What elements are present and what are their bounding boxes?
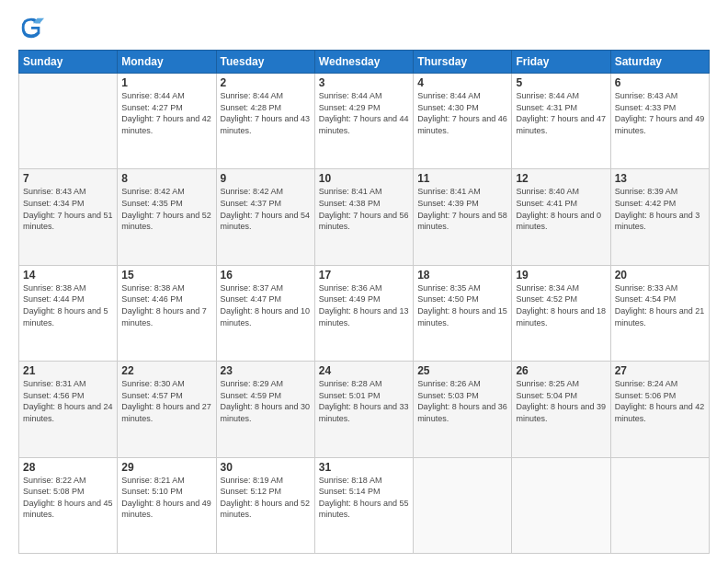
day-number: 5: [516, 76, 606, 89]
calendar-cell: 2Sunrise: 8:44 AMSunset: 4:28 PMDaylight…: [216, 74, 314, 169]
day-info: Sunrise: 8:35 AMSunset: 4:50 PMDaylight:…: [417, 282, 507, 328]
weekday-header-thursday: Thursday: [414, 51, 512, 74]
day-info: Sunrise: 8:44 AMSunset: 4:28 PMDaylight:…: [221, 90, 311, 136]
calendar-cell: 14Sunrise: 8:38 AMSunset: 4:44 PMDayligh…: [19, 265, 118, 361]
day-info: Sunrise: 8:43 AMSunset: 4:34 PMDaylight:…: [23, 186, 113, 232]
calendar-cell: 3Sunrise: 8:44 AMSunset: 4:29 PMDaylight…: [314, 74, 413, 169]
day-info: Sunrise: 8:41 AMSunset: 4:39 PMDaylight:…: [417, 186, 507, 232]
day-number: 10: [319, 172, 409, 185]
day-info: Sunrise: 8:44 AMSunset: 4:30 PMDaylight:…: [417, 90, 507, 136]
day-info: Sunrise: 8:33 AMSunset: 4:54 PMDaylight:…: [615, 282, 705, 328]
day-info: Sunrise: 8:41 AMSunset: 4:38 PMDaylight:…: [319, 186, 409, 232]
day-info: Sunrise: 8:43 AMSunset: 4:33 PMDaylight:…: [615, 90, 705, 136]
calendar-cell: 17Sunrise: 8:36 AMSunset: 4:49 PMDayligh…: [314, 265, 413, 361]
day-info: Sunrise: 8:30 AMSunset: 4:57 PMDaylight:…: [121, 378, 211, 424]
day-number: 4: [417, 76, 507, 89]
calendar-cell: 25Sunrise: 8:26 AMSunset: 5:03 PMDayligh…: [414, 362, 512, 457]
calendar-cell: 23Sunrise: 8:29 AMSunset: 4:59 PMDayligh…: [216, 362, 314, 457]
day-number: 23: [221, 364, 311, 377]
day-info: Sunrise: 8:21 AMSunset: 5:10 PMDaylight:…: [121, 475, 211, 521]
day-number: 3: [319, 76, 409, 89]
day-number: 16: [221, 269, 311, 282]
calendar-week-3: 14Sunrise: 8:38 AMSunset: 4:44 PMDayligh…: [19, 265, 710, 361]
day-number: 30: [221, 461, 311, 474]
day-info: Sunrise: 8:40 AMSunset: 4:41 PMDaylight:…: [516, 186, 606, 232]
day-info: Sunrise: 8:44 AMSunset: 4:31 PMDaylight:…: [516, 90, 606, 136]
day-number: 15: [121, 269, 211, 282]
calendar-cell: 13Sunrise: 8:39 AMSunset: 4:42 PMDayligh…: [610, 169, 709, 265]
day-info: Sunrise: 8:29 AMSunset: 4:59 PMDaylight:…: [221, 378, 311, 424]
day-number: 28: [23, 461, 113, 474]
weekday-header-saturday: Saturday: [610, 51, 709, 74]
calendar-header-row: SundayMondayTuesdayWednesdayThursdayFrid…: [19, 51, 710, 74]
day-info: Sunrise: 8:34 AMSunset: 4:52 PMDaylight:…: [516, 282, 606, 328]
day-number: 27: [615, 364, 705, 377]
day-number: 20: [615, 269, 705, 282]
day-info: Sunrise: 8:28 AMSunset: 5:01 PMDaylight:…: [319, 378, 409, 424]
day-number: 31: [319, 461, 409, 474]
calendar-cell: [610, 457, 709, 553]
day-number: 6: [615, 76, 705, 89]
calendar-cell: 31Sunrise: 8:18 AMSunset: 5:14 PMDayligh…: [314, 457, 413, 553]
logo-icon: [18, 15, 44, 40]
calendar: SundayMondayTuesdayWednesdayThursdayFrid…: [18, 50, 710, 554]
day-number: 9: [221, 172, 311, 185]
day-info: Sunrise: 8:44 AMSunset: 4:29 PMDaylight:…: [319, 90, 409, 136]
day-number: 29: [121, 461, 211, 474]
day-number: 14: [23, 269, 113, 282]
day-number: 2: [221, 76, 311, 89]
day-info: Sunrise: 8:38 AMSunset: 4:44 PMDaylight:…: [23, 282, 113, 328]
weekday-header-friday: Friday: [512, 51, 610, 74]
calendar-cell: 28Sunrise: 8:22 AMSunset: 5:08 PMDayligh…: [19, 457, 118, 553]
day-info: Sunrise: 8:36 AMSunset: 4:49 PMDaylight:…: [319, 282, 409, 328]
calendar-cell: [512, 457, 610, 553]
day-number: 25: [417, 364, 507, 377]
calendar-week-2: 7Sunrise: 8:43 AMSunset: 4:34 PMDaylight…: [19, 169, 710, 265]
day-number: 17: [319, 269, 409, 282]
day-info: Sunrise: 8:39 AMSunset: 4:42 PMDaylight:…: [615, 186, 705, 232]
weekday-header-sunday: Sunday: [19, 51, 118, 74]
day-number: 18: [417, 269, 507, 282]
header: [18, 15, 710, 40]
day-info: Sunrise: 8:38 AMSunset: 4:46 PMDaylight:…: [121, 282, 211, 328]
calendar-week-5: 28Sunrise: 8:22 AMSunset: 5:08 PMDayligh…: [19, 457, 710, 553]
calendar-cell: 19Sunrise: 8:34 AMSunset: 4:52 PMDayligh…: [512, 265, 610, 361]
calendar-cell: 5Sunrise: 8:44 AMSunset: 4:31 PMDaylight…: [512, 74, 610, 169]
day-info: Sunrise: 8:18 AMSunset: 5:14 PMDaylight:…: [319, 475, 409, 521]
calendar-cell: 27Sunrise: 8:24 AMSunset: 5:06 PMDayligh…: [610, 362, 709, 457]
day-info: Sunrise: 8:24 AMSunset: 5:06 PMDaylight:…: [615, 378, 705, 424]
calendar-cell: 20Sunrise: 8:33 AMSunset: 4:54 PMDayligh…: [610, 265, 709, 361]
calendar-cell: 21Sunrise: 8:31 AMSunset: 4:56 PMDayligh…: [19, 362, 118, 457]
calendar-cell: 29Sunrise: 8:21 AMSunset: 5:10 PMDayligh…: [118, 457, 216, 553]
day-info: Sunrise: 8:37 AMSunset: 4:47 PMDaylight:…: [221, 282, 311, 328]
day-number: 7: [23, 172, 113, 185]
day-number: 26: [516, 364, 606, 377]
day-number: 1: [121, 76, 211, 89]
calendar-cell: 7Sunrise: 8:43 AMSunset: 4:34 PMDaylight…: [19, 169, 118, 265]
day-number: 22: [121, 364, 211, 377]
calendar-cell: 18Sunrise: 8:35 AMSunset: 4:50 PMDayligh…: [414, 265, 512, 361]
calendar-cell: 8Sunrise: 8:42 AMSunset: 4:35 PMDaylight…: [118, 169, 216, 265]
page: SundayMondayTuesdayWednesdayThursdayFrid…: [0, 0, 728, 563]
weekday-header-monday: Monday: [118, 51, 216, 74]
day-info: Sunrise: 8:42 AMSunset: 4:37 PMDaylight:…: [221, 186, 311, 232]
day-info: Sunrise: 8:42 AMSunset: 4:35 PMDaylight:…: [121, 186, 211, 232]
calendar-cell: 1Sunrise: 8:44 AMSunset: 4:27 PMDaylight…: [118, 74, 216, 169]
day-info: Sunrise: 8:22 AMSunset: 5:08 PMDaylight:…: [23, 475, 113, 521]
weekday-header-wednesday: Wednesday: [314, 51, 413, 74]
logo: [18, 15, 48, 40]
day-number: 21: [23, 364, 113, 377]
day-info: Sunrise: 8:26 AMSunset: 5:03 PMDaylight:…: [417, 378, 507, 424]
calendar-cell: 26Sunrise: 8:25 AMSunset: 5:04 PMDayligh…: [512, 362, 610, 457]
calendar-cell: 6Sunrise: 8:43 AMSunset: 4:33 PMDaylight…: [610, 74, 709, 169]
day-info: Sunrise: 8:19 AMSunset: 5:12 PMDaylight:…: [221, 475, 311, 521]
day-number: 8: [121, 172, 211, 185]
day-number: 11: [417, 172, 507, 185]
calendar-cell: [19, 74, 118, 169]
calendar-cell: 10Sunrise: 8:41 AMSunset: 4:38 PMDayligh…: [314, 169, 413, 265]
day-info: Sunrise: 8:44 AMSunset: 4:27 PMDaylight:…: [121, 90, 211, 136]
day-info: Sunrise: 8:25 AMSunset: 5:04 PMDaylight:…: [516, 378, 606, 424]
day-number: 12: [516, 172, 606, 185]
calendar-cell: 30Sunrise: 8:19 AMSunset: 5:12 PMDayligh…: [216, 457, 314, 553]
calendar-week-4: 21Sunrise: 8:31 AMSunset: 4:56 PMDayligh…: [19, 362, 710, 457]
